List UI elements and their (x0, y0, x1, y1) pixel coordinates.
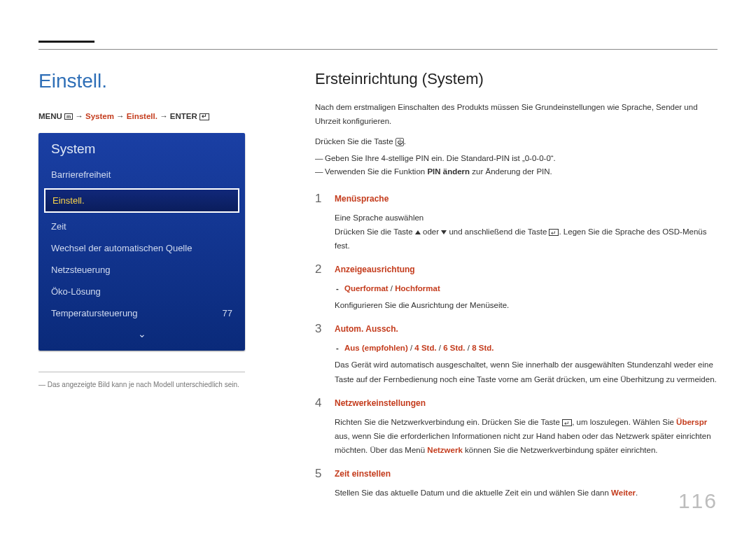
step1-line2: Drücken Sie die Taste oder und anschließ… (335, 225, 718, 253)
pin-note-2-pre: Verwenden Sie die Funktion (325, 167, 427, 176)
step-number: 4 (315, 396, 335, 457)
step-4: 4 Netzwerkeinstellungen Richten Sie die … (315, 396, 718, 457)
chevron-down-icon[interactable]: ⌄ (38, 324, 245, 346)
pin-note-1: Geben Sie Ihre 4-stellige PIN ein. Die S… (315, 152, 718, 166)
menu-item-temperatur[interactable]: Temperatursteuerung 77 (38, 302, 245, 324)
s4-net: Netzwerk (427, 446, 463, 454)
s1-mid: oder (421, 227, 441, 236)
step3-options: Aus (empfohlen) / 4 Std. / 6 Std. / 8 St… (335, 341, 718, 355)
menu-label: Einstell. (52, 195, 85, 206)
step-body: Zeit einstellen Stellen Sie das aktuelle… (335, 467, 718, 500)
s4-mid: , um loszulegen. Wählen Sie (572, 418, 676, 426)
intro-press-post: . (404, 137, 406, 146)
step-title: Autom. Aussch. (335, 322, 718, 337)
step-body: Anzeigeausrichtung Querformat / Hochform… (335, 262, 718, 312)
s4-post: können Sie die Netzwerkverbindung später… (463, 446, 658, 454)
section-title: Ersteinrichtung (System) (315, 70, 718, 88)
header-rule (38, 49, 718, 50)
pin-note-block: Geben Sie Ihre 4-stellige PIN ein. Die S… (315, 152, 718, 179)
step-body: Autom. Aussch. Aus (empfohlen) / 4 Std. … (335, 322, 718, 386)
pin-note-2-real: Verwenden Sie die Funktion PIN ändern zu… (315, 165, 718, 179)
step-body: Menüsprache Eine Sprache auswählen Drück… (335, 192, 718, 253)
menu-item-oeko[interactable]: Öko-Lösung (38, 281, 245, 302)
menu-icon: m (64, 113, 73, 120)
menu-item-einstell[interactable]: Einstell. (44, 188, 239, 213)
content-columns: Einstell. MENU m → System → Einstell. → … (38, 0, 718, 510)
left-column: Einstell. MENU m → System → Einstell. → … (38, 70, 280, 510)
s5-post: . (636, 489, 638, 497)
step-body: Netzwerkeinstellungen Richten Sie die Ne… (335, 396, 718, 457)
footnote-text: Das angezeigte Bild kann je nach Modell … (38, 381, 280, 388)
opt-6std: 6 Std. (443, 344, 465, 352)
enter-icon (549, 229, 559, 236)
osd-menu-header: System (38, 133, 245, 164)
step-title: Anzeigeausrichtung (335, 262, 718, 277)
opt-sep: / (388, 284, 396, 293)
step-5: 5 Zeit einstellen Stellen Sie das aktuel… (315, 467, 718, 500)
breadcrumb-arrow-3: → (160, 112, 168, 120)
menu-label: Temperatursteuerung (51, 308, 138, 318)
breadcrumb-enter: ENTER (170, 112, 197, 120)
menu-label: Netzsteuerung (51, 265, 111, 275)
step-2: 2 Anzeigeausrichtung Querformat / Hochfo… (315, 262, 718, 312)
breadcrumb-arrow-2: → (116, 112, 125, 120)
step5-body: Stellen Sie das aktuelle Datum und die a… (335, 486, 718, 500)
step-number: 1 (315, 192, 335, 253)
menu-item-quelle[interactable]: Wechsel der automatischen Quelle (38, 237, 245, 259)
document-page: Einstell. MENU m → System → Einstell. → … (0, 0, 756, 534)
step1-line1: Eine Sprache auswählen (335, 211, 718, 225)
pin-note-2-post: zur Änderung der PIN. (470, 167, 552, 176)
step-3: 3 Autom. Aussch. Aus (empfohlen) / 4 Std… (315, 322, 718, 386)
step4-body: Richten Sie die Netzwerkverbindung ein. … (335, 415, 718, 457)
footnote-rule (38, 372, 245, 372)
step-title: Zeit einstellen (335, 467, 718, 482)
opt-querformat: Querformat (344, 284, 388, 293)
step-1: 1 Menüsprache Eine Sprache auswählen Drü… (315, 192, 718, 253)
osd-menu-panel: System Barrierefreiheit Einstell. Zeit W… (38, 133, 245, 351)
s1-pre: Drücken Sie die Taste (335, 227, 415, 236)
opt-hochformat: Hochformat (395, 284, 440, 293)
step-title: Netzwerkeinstellungen (335, 396, 718, 411)
step2-options: Querformat / Hochformat (335, 281, 718, 295)
step2-body: Konfigurieren Sie die Ausrichtung der Me… (335, 298, 718, 312)
menu-label: Wechsel der automatischen Quelle (51, 243, 192, 253)
menu-item-zeit[interactable]: Zeit (38, 216, 245, 237)
menu-label: Barrierefreiheit (51, 169, 111, 180)
opt-8std: 8 Std. (472, 344, 493, 352)
s4-pre: Richten Sie die Netzwerkverbindung ein. … (335, 418, 562, 426)
pin-change-bold: PIN ändern (427, 167, 470, 176)
menu-value: 77 (223, 308, 232, 318)
breadcrumb-arrow-1: → (75, 112, 83, 120)
step-number: 5 (315, 467, 335, 500)
breadcrumb-system: System (85, 112, 114, 120)
breadcrumb-einstell: Einstell. (127, 112, 158, 120)
s5-pre: Stellen Sie das aktuelle Datum und die a… (335, 489, 611, 497)
menu-item-netzsteuerung[interactable]: Netzsteuerung (38, 259, 245, 281)
s4-skip: Überspr (676, 418, 707, 426)
step-title: Menüsprache (335, 192, 718, 206)
page-title: Einstell. (38, 70, 280, 92)
step-number: 2 (315, 262, 335, 312)
up-arrow-icon (415, 230, 421, 234)
opt-4std: 4 Std. (414, 344, 436, 352)
intro-paragraph: Nach dem erstmaligen Einschalten des Pro… (315, 101, 718, 128)
menu-label: Zeit (51, 221, 66, 232)
enter-icon (562, 419, 572, 426)
intro-press-pre: Drücken Sie die Taste (315, 137, 396, 146)
right-column: Ersteinrichtung (System) Nach dem erstma… (280, 70, 718, 510)
enter-icon (200, 113, 209, 120)
opt-aus: Aus (empfohlen) (344, 344, 408, 352)
menu-item-barrierefreiheit[interactable]: Barrierefreiheit (38, 164, 245, 185)
step-number: 3 (315, 322, 335, 386)
menu-label: Öko-Lösung (51, 286, 101, 297)
power-icon: ⏻ (396, 138, 404, 146)
intro-press: Drücken Sie die Taste ⏻. (315, 135, 718, 149)
s5-weiter: Weiter (611, 489, 636, 497)
step3-body: Das Gerät wird automatisch ausgeschaltet… (335, 358, 718, 386)
breadcrumb: MENU m → System → Einstell. → ENTER (38, 112, 280, 120)
page-number: 116 (678, 489, 718, 513)
breadcrumb-menu: MENU (38, 112, 62, 120)
s1-mid2: und anschließend die Taste (447, 227, 549, 236)
